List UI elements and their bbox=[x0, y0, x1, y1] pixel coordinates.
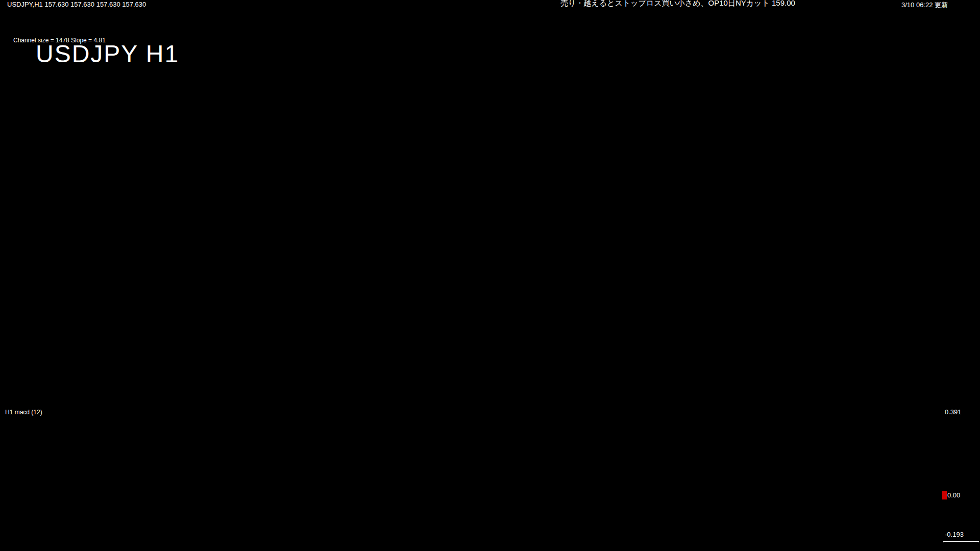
top-sell-annotation: 売り・越えるとストップロス買い小さめ、OP10日NYカット 159.00 bbox=[560, 0, 795, 8]
macd-panel-title: H1 macd (12) bbox=[5, 409, 42, 416]
update-timestamp: 3/10 06:22 更新 bbox=[901, 1, 948, 10]
chart-big-title: USDJPY H1 bbox=[36, 40, 179, 68]
chart-canvas[interactable] bbox=[0, 0, 980, 551]
symbol-ohlc-title: USDJPY,H1 157.630 157.630 157.630 157.63… bbox=[7, 1, 146, 8]
macd-zero-chip bbox=[942, 491, 947, 499]
window-title-bar: USDJPY,H1 157.630 157.630 157.630 157.63… bbox=[0, 0, 980, 8]
trading-app-window: USDJPY,H1 157.630 157.630 157.630 157.63… bbox=[0, 0, 980, 551]
timeline-bar[interactable] bbox=[0, 542, 980, 551]
macd-max-label: 0.391 bbox=[945, 408, 962, 416]
macd-zero-label: 0.00 bbox=[947, 491, 960, 499]
macd-min-label: -0.193 bbox=[945, 531, 964, 538]
